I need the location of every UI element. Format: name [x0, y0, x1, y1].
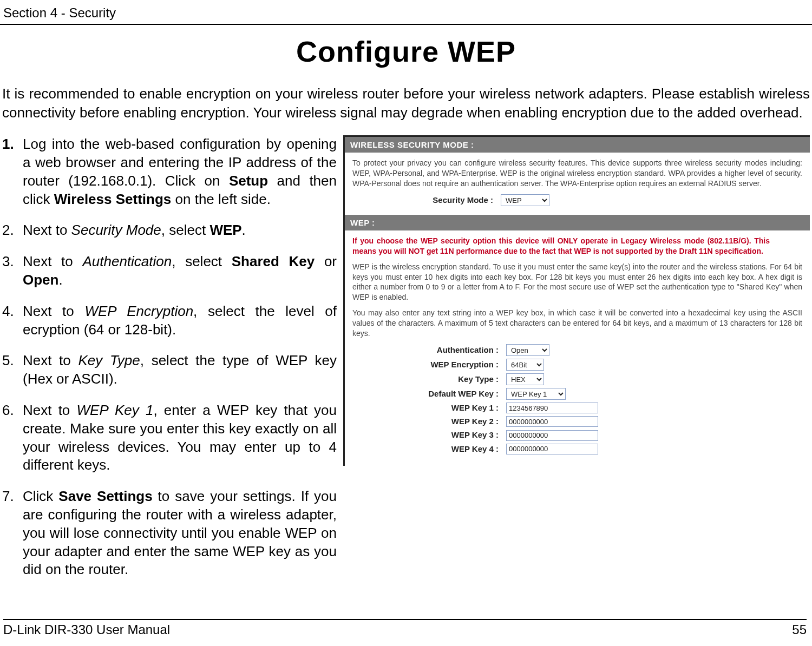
- steps-list: 1. Log into the web-based configuration …: [2, 135, 337, 592]
- step-number: 2.: [2, 221, 23, 240]
- text: .: [58, 272, 62, 288]
- kw-authentication: Authentication: [82, 253, 172, 269]
- kw-wep-key-1: WEP Key 1: [77, 402, 154, 418]
- panel-wireless-security-mode-header: WIRELESS SECURITY MODE :: [345, 137, 810, 153]
- text: on the left side.: [171, 191, 271, 207]
- step-number: 1.: [2, 135, 23, 208]
- page-title: Configure WEP: [0, 35, 812, 68]
- text: Click: [23, 488, 58, 504]
- wep-key-2-input[interactable]: [506, 416, 598, 427]
- step-number: 6.: [2, 401, 23, 474]
- kw-wep: WEP: [209, 222, 241, 238]
- text: Next to: [23, 402, 77, 418]
- page-footer: D-Link DIR-330 User Manual 55: [0, 617, 812, 637]
- section-header: Section 4 - Security: [0, 5, 812, 24]
- wep-key-2-label: WEP Key 2 :: [352, 416, 506, 427]
- wep-encryption-select[interactable]: 64Bit: [506, 359, 544, 371]
- kw-wep-encryption: WEP Encryption: [84, 303, 193, 319]
- step-number: 4.: [2, 302, 23, 339]
- wep-description-2: You may also enter any text string into …: [352, 308, 802, 339]
- default-wep-key-label: Default WEP Key :: [352, 388, 506, 399]
- intro-paragraph: It is recommended to enable encryption o…: [2, 84, 810, 122]
- text: Next to: [23, 253, 82, 269]
- step-3: 3. Next to Authentication, select Shared…: [2, 253, 337, 289]
- wep-key-1-label: WEP Key 1 :: [352, 403, 506, 413]
- router-ui-screenshot: WIRELESS SECURITY MODE : To protect your…: [343, 135, 810, 466]
- security-mode-label: Security Mode :: [352, 195, 501, 206]
- wep-key-3-label: WEP Key 3 :: [352, 430, 506, 440]
- wep-key-1-input[interactable]: [506, 403, 598, 413]
- panel-wep-header: WEP :: [345, 215, 810, 230]
- header-rule: [0, 24, 812, 25]
- step-7: 7. Click Save Settings to save your sett…: [2, 487, 337, 579]
- text: Next to: [23, 222, 71, 238]
- security-mode-select[interactable]: WEP: [501, 194, 549, 206]
- key-type-label: Key Type :: [352, 374, 506, 385]
- footer-manual-name: D-Link DIR-330 User Manual: [3, 622, 170, 637]
- kw-save-settings: Save Settings: [58, 488, 152, 504]
- wep-key-4-label: WEP Key 4 :: [352, 444, 506, 454]
- text: .: [242, 222, 246, 238]
- step-4: 4. Next to WEP Encryption, select the le…: [2, 302, 337, 339]
- text: , select: [172, 253, 231, 269]
- wep-description-1: WEP is the wireless encryption standard.…: [352, 262, 802, 303]
- footer-rule: [3, 619, 807, 620]
- step-2: 2. Next to Security Mode, select WEP.: [2, 221, 337, 240]
- kw-wireless-settings: Wireless Settings: [54, 191, 172, 207]
- kw-setup: Setup: [229, 173, 268, 189]
- kw-open: Open: [23, 272, 58, 288]
- step-6: 6. Next to WEP Key 1, enter a WEP key th…: [2, 401, 337, 474]
- wep-key-4-input[interactable]: [506, 444, 598, 454]
- text: Next to: [23, 303, 84, 319]
- step-5: 5. Next to Key Type, select the type of …: [2, 352, 337, 388]
- footer-page-number: 55: [792, 622, 807, 637]
- authentication-label: Authentication :: [352, 345, 506, 355]
- wep-key-3-input[interactable]: [506, 430, 598, 441]
- wep-encryption-label: WEP Encryption :: [352, 359, 506, 370]
- wep-warning-text: If you choose the WEP security option th…: [352, 236, 802, 256]
- text: Next to: [23, 352, 78, 368]
- authentication-select[interactable]: Open: [506, 344, 549, 356]
- step-number: 7.: [2, 487, 23, 579]
- kw-key-type: Key Type: [78, 352, 140, 368]
- panel-wireless-security-mode-text: To protect your privacy you can configur…: [352, 158, 802, 189]
- text: or: [315, 253, 337, 269]
- kw-security-mode: Security Mode: [71, 222, 161, 238]
- step-1: 1. Log into the web-based configuration …: [2, 135, 337, 208]
- text: , select: [161, 222, 210, 238]
- step-number: 5.: [2, 352, 23, 388]
- default-wep-key-select[interactable]: WEP Key 1: [506, 388, 566, 400]
- key-type-select[interactable]: HEX: [506, 373, 544, 385]
- step-number: 3.: [2, 253, 23, 289]
- kw-shared-key: Shared Key: [232, 253, 315, 269]
